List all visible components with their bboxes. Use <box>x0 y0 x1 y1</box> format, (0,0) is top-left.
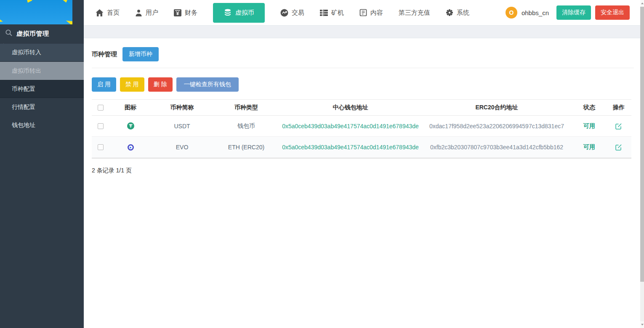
page-header-band <box>84 26 644 38</box>
header-wallet: 中心钱包地址 <box>280 104 421 111</box>
nav-item-label: 虚拟币 <box>235 9 254 17</box>
coin-type: ETH (ERC20) <box>213 144 280 151</box>
add-currency-button[interactable]: 新增币种 <box>122 47 159 61</box>
sidebar-title-label: 虚拟币管理 <box>16 30 49 38</box>
bulk-action-toolbar: 启 用 禁 用 删 除 一键检查所有钱包 <box>92 77 634 92</box>
nav-item-system[interactable]: 系统 <box>446 9 469 17</box>
home-icon <box>96 9 104 16</box>
table-row-usdt: USDT 钱包币 0x5a0ceb439d03ab49e417574ac0d14… <box>92 116 631 137</box>
records-count: 2 条记录 1/1 页 <box>92 167 634 175</box>
nav-item-crypto-active[interactable]: 虚拟币 <box>213 3 265 23</box>
clear-cache-button[interactable]: 清除缓存 <box>556 5 591 20</box>
server-icon <box>320 9 328 16</box>
search-icon <box>5 29 13 38</box>
currency-table: 图标 币种简称 币种类型 中心钱包地址 ERC20合约地址 状态 操作 USDT… <box>92 99 631 159</box>
nav-item-label: 首页 <box>107 9 120 17</box>
erc20-address: 0xdac17f958d2ee523a2206206994597c13d831e… <box>429 123 564 130</box>
delete-button[interactable]: 删 除 <box>148 77 173 92</box>
header-abbr: 币种简称 <box>152 104 213 111</box>
nav-item-label: 内容 <box>370 9 383 17</box>
edit-icon[interactable] <box>615 143 623 151</box>
row-checkbox[interactable] <box>98 123 104 129</box>
nav-user-area: O ohbbs_cn 清除缓存 安全退出 <box>506 5 630 20</box>
user-icon <box>135 9 142 16</box>
table-header-row: 图标 币种简称 币种类型 中心钱包地址 ERC20合约地址 状态 操作 <box>92 100 631 116</box>
wallet-address-link[interactable]: 0x5a0ceb439d03ab49e417574ac0d1491e678943… <box>282 123 419 130</box>
usdt-coin-icon <box>127 122 134 130</box>
nav-item-content[interactable]: 内容 <box>359 9 383 17</box>
nav-item-users[interactable]: 用户 <box>135 9 158 17</box>
logo-decoration <box>25 0 33 4</box>
nav-menu: 首页 用户 财务 虚拟币 交易 <box>96 3 469 23</box>
username-label[interactable]: ohbbs_cn <box>522 9 549 16</box>
nav-item-label: 用户 <box>146 9 158 17</box>
evo-coin-icon <box>128 144 134 151</box>
sidebar-item-transfer-in[interactable]: 虚拟币转入 <box>0 44 84 62</box>
tab-currency-management[interactable]: 币种管理 <box>92 50 117 58</box>
header-action: 操作 <box>606 104 631 111</box>
nav-item-home[interactable]: 首页 <box>96 9 120 17</box>
nav-item-label: 矿机 <box>331 9 344 17</box>
nav-item-label: 系统 <box>457 9 469 17</box>
exchange-icon <box>280 9 288 17</box>
coin-abbr: EVO <box>152 144 213 151</box>
nav-item-finance[interactable]: 财务 <box>174 9 197 17</box>
sidebar-item-transfer-out[interactable]: 虚拟币转出 <box>0 62 84 80</box>
vertical-scrollbar[interactable] <box>640 0 644 328</box>
logo-decoration <box>66 17 72 24</box>
edit-icon[interactable] <box>615 122 623 130</box>
site-logo[interactable] <box>0 0 72 24</box>
nav-item-thirdparty-recharge[interactable]: 第三方充值 <box>399 9 430 17</box>
logo-decoration <box>63 0 69 3</box>
logout-button[interactable]: 安全退出 <box>595 5 630 20</box>
nav-item-trade[interactable]: 交易 <box>280 9 304 17</box>
scrollbar-thumb[interactable] <box>640 7 644 282</box>
top-navigation: 首页 用户 财务 虚拟币 交易 <box>84 0 644 26</box>
tab-row: 币种管理 新增币种 <box>92 47 634 61</box>
nav-item-label: 财务 <box>185 9 197 17</box>
sidebar: 虚拟币管理 虚拟币转入 虚拟币转出 币种配置 行情配置 钱包地址 <box>0 0 84 328</box>
nav-item-label: 交易 <box>292 9 304 17</box>
table-row-evo: EVO ETH (ERC20) 0x5a0ceb439d03ab49e41757… <box>92 137 631 158</box>
sidebar-item-currency-config[interactable]: 币种配置 <box>0 80 84 98</box>
header-icon: 图标 <box>109 104 152 111</box>
check-all-wallets-button[interactable]: 一键检查所有钱包 <box>176 77 239 92</box>
sidebar-item-wallet-address[interactable]: 钱包地址 <box>0 116 84 134</box>
main-content: 币种管理 新增币种 启 用 禁 用 删 除 一键检查所有钱包 图标 币种简称 币… <box>84 38 640 328</box>
disable-button[interactable]: 禁 用 <box>120 77 144 92</box>
row-checkbox[interactable] <box>98 144 104 150</box>
wallet-address-link[interactable]: 0x5a0ceb439d03ab49e417574ac0d1491e678943… <box>282 144 419 151</box>
select-all-checkbox[interactable] <box>98 105 104 111</box>
enable-button[interactable]: 启 用 <box>92 77 116 92</box>
coin-abbr: USDT <box>152 123 213 130</box>
finance-icon <box>174 9 181 16</box>
erc20-address: 0xfb2c3b20307807c9703b3ee41a3d142cfb5bb1… <box>430 144 563 151</box>
nav-item-label: 第三方充值 <box>399 9 430 17</box>
header-status: 状态 <box>572 104 606 111</box>
sidebar-menu: 虚拟币转入 虚拟币转出 币种配置 行情配置 钱包地址 <box>0 44 84 134</box>
gear-icon <box>446 9 453 16</box>
document-icon <box>359 9 367 16</box>
sidebar-section-title: 虚拟币管理 <box>0 24 84 43</box>
status-badge: 可用 <box>583 143 595 151</box>
coin-type: 钱包币 <box>213 122 280 130</box>
nav-item-mining[interactable]: 矿机 <box>320 9 344 17</box>
scroll-up-arrow-icon[interactable] <box>640 0 644 7</box>
database-icon <box>224 9 232 16</box>
header-type: 币种类型 <box>213 104 280 111</box>
user-avatar[interactable]: O <box>506 7 517 19</box>
scroll-down-arrow-icon[interactable] <box>640 321 644 328</box>
sidebar-item-market-config[interactable]: 行情配置 <box>0 98 84 116</box>
header-erc20: ERC20合约地址 <box>421 104 572 111</box>
logo-decoration <box>0 19 3 23</box>
tab-divider <box>92 68 634 68</box>
status-badge: 可用 <box>583 122 595 130</box>
